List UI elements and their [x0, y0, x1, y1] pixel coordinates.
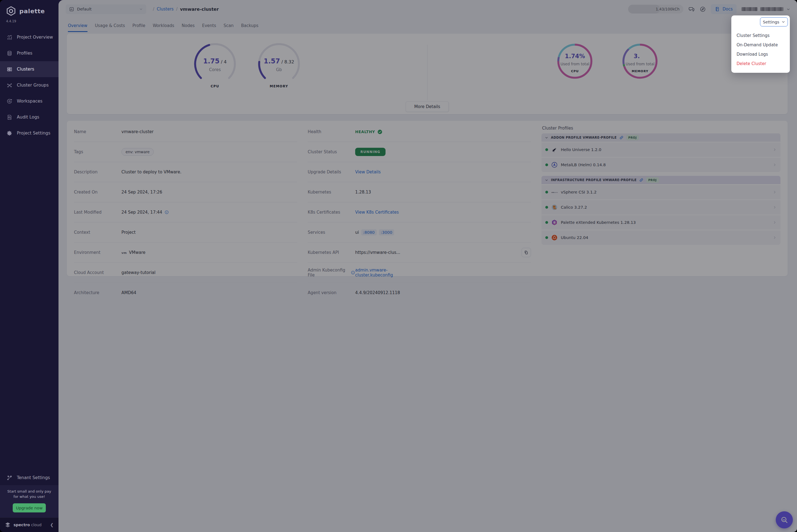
sidebar-nav: Project OverviewProfilesClustersCluster …	[0, 29, 58, 141]
sidebar-item-label: Project Overview	[17, 35, 53, 40]
sidebar-item-label: Clusters	[17, 67, 34, 72]
app-window: palette 4.4.19 Project OverviewProfilesC…	[0, 0, 399, 266]
sidebar-item-label: Audit Logs	[17, 115, 39, 120]
sidebar-item-clusters[interactable]: Clusters	[0, 61, 58, 77]
brand-name: palette	[19, 8, 45, 15]
audit-icon	[7, 114, 13, 120]
sidebar-item-profiles[interactable]: Profiles	[0, 45, 58, 61]
sidebar: palette 4.4.19 Project OverviewProfilesC…	[0, 0, 58, 266]
network-icon	[7, 82, 13, 88]
sidebar-item-label: Cluster Groups	[17, 83, 49, 88]
sidebar-item-audit-logs[interactable]: Audit Logs	[0, 109, 58, 125]
orbit-icon	[7, 98, 13, 104]
app-version: 4.4.19	[0, 17, 58, 23]
modal-overlay[interactable]	[58, 0, 399, 266]
sidebar-item-cluster-groups[interactable]: Cluster Groups	[0, 77, 58, 93]
sidebar-item-project-overview[interactable]: Project Overview	[0, 29, 58, 45]
layers-icon	[7, 51, 13, 56]
brand: palette	[0, 0, 58, 17]
palette-logo-icon	[5, 5, 17, 17]
sidebar-item-label: Project Settings	[17, 131, 51, 136]
sidebar-item-workspaces[interactable]: Workspaces	[0, 93, 58, 109]
sidebar-item-label: Workspaces	[17, 99, 42, 103]
gear-icon	[7, 130, 13, 136]
sidebar-item-label: Profiles	[17, 51, 32, 56]
clusters-icon	[7, 66, 13, 72]
sidebar-item-project-settings[interactable]: Project Settings	[0, 125, 58, 141]
main-surface: Default / Clusters / vmware-cluster 1.43…	[58, 0, 399, 266]
main-area: Default / Clusters / vmware-cluster 1.43…	[58, 0, 399, 266]
chart-icon	[7, 35, 13, 40]
